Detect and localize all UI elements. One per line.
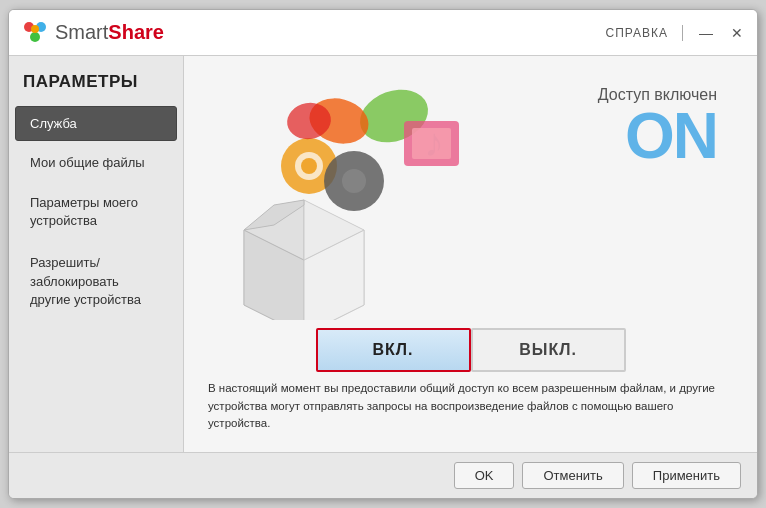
title-share: Share — [108, 21, 164, 43]
window-controls: СПРАВКА — ✕ — [606, 25, 746, 41]
sidebar-item-allow-block[interactable]: Разрешить/заблокировать другие устройств… — [15, 244, 177, 319]
app-window: SmartShare СПРАВКА — ✕ ПАРАМЕТРЫ Служба … — [8, 9, 758, 499]
logo-icon — [21, 19, 49, 47]
help-link[interactable]: СПРАВКА — [606, 26, 669, 40]
on-button[interactable]: ВКЛ. — [316, 328, 471, 372]
sidebar-item-shared-files[interactable]: Мои общие файлы — [15, 145, 177, 180]
svg-rect-18 — [412, 128, 451, 159]
sidebar-title: ПАРАМЕТРЫ — [9, 72, 183, 106]
apply-button[interactable]: Применить — [632, 462, 741, 489]
sidebar-item-service[interactable]: Служба — [15, 106, 177, 141]
status-area: Доступ включен ON — [598, 86, 717, 168]
sidebar-item-device-settings[interactable]: Параметры моего устройства — [15, 184, 177, 240]
status-on-text: ON — [625, 100, 717, 172]
toggle-buttons: ВКЛ. ВЫКЛ. — [204, 328, 737, 372]
svg-point-13 — [301, 158, 317, 174]
description-text: В настоящий момент вы предоставили общий… — [204, 380, 737, 432]
divider — [682, 25, 683, 41]
svg-point-15 — [342, 169, 366, 193]
minimize-button[interactable]: — — [697, 26, 715, 40]
footer: OK Отменить Применить — [9, 452, 757, 498]
title-smart: Smart — [55, 21, 108, 43]
sidebar: ПАРАМЕТРЫ Служба Мои общие файлы Парамет… — [9, 56, 184, 452]
app-title: SmartShare — [55, 21, 164, 44]
title-bar: SmartShare СПРАВКА — ✕ — [9, 10, 757, 56]
app-logo: SmartShare — [21, 19, 164, 47]
off-button[interactable]: ВЫКЛ. — [471, 328, 626, 372]
floating-icons: ♪ — [254, 66, 504, 226]
close-button[interactable]: ✕ — [729, 26, 745, 40]
ok-button[interactable]: OK — [454, 462, 515, 489]
right-panel: ♪ — [184, 56, 757, 452]
cancel-button[interactable]: Отменить — [522, 462, 623, 489]
illustration-area: ♪ — [204, 66, 737, 320]
svg-point-2 — [30, 32, 40, 42]
main-content: ПАРАМЕТРЫ Служба Мои общие файлы Парамет… — [9, 56, 757, 452]
svg-point-3 — [31, 25, 39, 33]
